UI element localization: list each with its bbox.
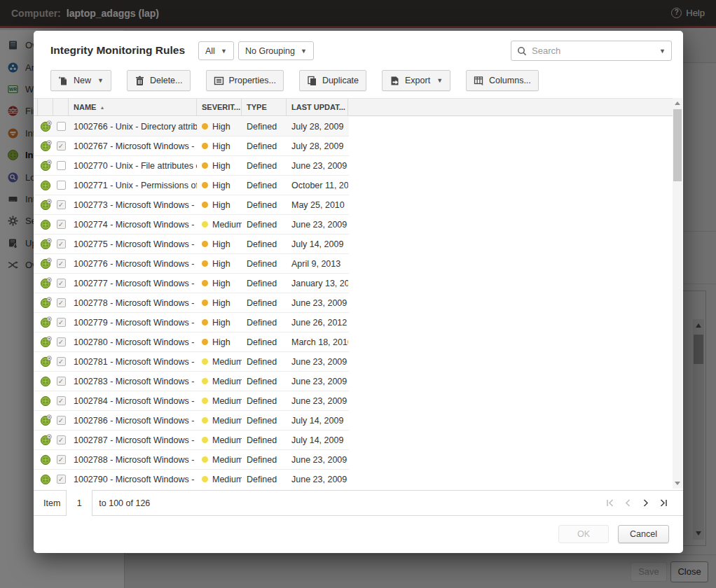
item-number-input[interactable] xyxy=(66,490,92,516)
header-checkbox-column[interactable] xyxy=(53,99,69,115)
checkbox-cell: ✓ xyxy=(53,298,69,307)
table-row[interactable]: 1002766 - Unix - Directory attrib...High… xyxy=(34,117,349,136)
table-row[interactable]: ✓1002788 - Microsoft Windows - ...Medium… xyxy=(34,450,349,470)
table-row[interactable]: ✓1002781 - Microsoft Windows - ...Medium… xyxy=(34,352,349,372)
rule-name: 1002775 - Microsoft Windows - ... xyxy=(69,239,197,249)
table-row[interactable]: 1002771 - Unix - Permissions of...HighDe… xyxy=(34,176,349,195)
columns-button[interactable]: Columns... xyxy=(466,70,539,91)
row-checkbox[interactable]: ✓ xyxy=(57,435,66,444)
search-box[interactable]: ▼ xyxy=(511,41,672,61)
severity-label: High xyxy=(212,200,230,210)
filter-dropdown[interactable]: All ▼ xyxy=(198,41,234,60)
rule-name: 1002779 - Microsoft Windows - ... xyxy=(69,318,197,328)
rule-icon-cell xyxy=(38,316,53,328)
rule-icon-cell xyxy=(38,179,53,191)
row-checkbox[interactable]: ✓ xyxy=(57,416,66,425)
delete-button[interactable]: Delete... xyxy=(127,70,191,91)
scrollbar-thumb[interactable] xyxy=(673,109,682,181)
rule-last-updated: June 23, 2009 xyxy=(287,357,348,367)
table-row[interactable]: ✓1002777 - Microsoft Windows - ...HighDe… xyxy=(34,274,349,293)
column-header-type[interactable]: TYPE xyxy=(242,99,287,115)
rule-severity: High xyxy=(197,259,242,269)
checkbox-cell: ✓ xyxy=(53,396,69,405)
row-checkbox[interactable]: ✓ xyxy=(57,377,66,386)
export-button[interactable]: Export ▼ xyxy=(382,70,450,91)
table-row[interactable]: 1002770 - Unix - File attributes c...Hig… xyxy=(34,156,349,176)
row-checkbox[interactable]: ✓ xyxy=(57,141,66,150)
rule-icon-cell xyxy=(38,336,53,348)
severity-label: High xyxy=(212,239,230,249)
rule-name: 1002776 - Microsoft Windows - ... xyxy=(69,259,197,269)
row-checkbox[interactable]: ✓ xyxy=(57,298,66,307)
table-row[interactable]: ✓1002775 - Microsoft Windows - ...HighDe… xyxy=(34,234,349,254)
row-checkbox[interactable]: ✓ xyxy=(57,220,66,229)
rule-severity: High xyxy=(197,181,242,190)
table-row[interactable]: ✓1002787 - Microsoft Windows - ...Medium… xyxy=(34,430,349,450)
properties-button[interactable]: Properties... xyxy=(206,70,284,91)
table-row[interactable]: ✓1002786 - Microsoft Windows - ...Medium… xyxy=(34,411,349,430)
severity-dot xyxy=(202,378,208,384)
row-checkbox[interactable]: ✓ xyxy=(57,396,66,405)
header-icon-column[interactable] xyxy=(38,99,53,115)
row-checkbox[interactable]: ✓ xyxy=(57,357,66,366)
first-page-icon[interactable] xyxy=(606,498,615,507)
previous-page-icon[interactable] xyxy=(624,498,633,507)
rule-icon-cell xyxy=(38,414,53,426)
list-scrollbar[interactable] xyxy=(673,98,682,489)
rule-last-updated: June 23, 2009 xyxy=(287,396,348,406)
duplicate-button-label: Duplicate xyxy=(322,76,359,85)
item-range-text: to 100 of 126 xyxy=(99,498,150,508)
header-filler xyxy=(348,99,673,115)
new-button[interactable]: New ▼ xyxy=(50,70,111,91)
row-checkbox[interactable]: ✓ xyxy=(57,475,66,484)
row-checkbox[interactable] xyxy=(57,122,66,131)
filter-dropdown-value: All xyxy=(205,46,215,56)
grouping-dropdown[interactable]: No Grouping ▼ xyxy=(238,41,314,60)
checkbox-cell xyxy=(53,181,69,190)
rule-severity: High xyxy=(197,122,242,132)
row-checkbox[interactable]: ✓ xyxy=(57,259,66,268)
table-row[interactable]: ✓1002776 - Microsoft Windows - ...HighDe… xyxy=(34,254,349,274)
checkbox-cell: ✓ xyxy=(53,200,69,209)
last-page-icon[interactable] xyxy=(659,498,668,507)
severity-dot xyxy=(202,300,208,306)
ok-button[interactable]: OK xyxy=(558,525,609,543)
table-row[interactable]: ✓1002790 - Microsoft Windows - ...Medium… xyxy=(34,470,349,489)
table-row[interactable]: ✓1002780 - Microsoft Windows - ...HighDe… xyxy=(34,332,349,352)
rule-icon-cell xyxy=(38,258,53,270)
integrity-rule-icon xyxy=(40,120,52,132)
column-header-last-updated[interactable]: LAST UPDAT... xyxy=(287,99,348,115)
row-checkbox[interactable]: ✓ xyxy=(57,239,66,248)
severity-dot xyxy=(202,417,208,424)
severity-label: Medium xyxy=(212,475,242,484)
table-row[interactable]: ✓1002778 - Microsoft Windows - ...HighDe… xyxy=(34,293,349,313)
rule-name: 1002788 - Microsoft Windows - ... xyxy=(69,455,197,465)
row-checkbox[interactable]: ✓ xyxy=(57,318,66,327)
row-checkbox[interactable]: ✓ xyxy=(57,337,66,346)
severity-dot xyxy=(202,339,208,345)
table-row[interactable]: ✓1002779 - Microsoft Windows - ...HighDe… xyxy=(34,313,349,332)
item-label: Item xyxy=(43,498,60,508)
table-row[interactable]: ✓1002767 - Microsoft Windows - ...HighDe… xyxy=(34,136,349,156)
cancel-button[interactable]: Cancel xyxy=(618,525,669,543)
table-row[interactable]: ✓1002783 - Microsoft Windows - ...Medium… xyxy=(34,372,349,391)
row-checkbox[interactable]: ✓ xyxy=(57,455,66,464)
table-row[interactable]: ✓1002773 - Microsoft Windows - ...HighDe… xyxy=(34,195,349,215)
rule-icon-cell xyxy=(38,238,53,250)
columns-button-label: Columns... xyxy=(489,76,531,85)
pagination xyxy=(606,498,668,507)
column-header-severity[interactable]: SEVERIT... xyxy=(197,99,242,115)
rule-severity: Medium xyxy=(197,357,242,367)
next-page-icon[interactable] xyxy=(641,498,650,507)
column-header-name[interactable]: NAME ▲ xyxy=(69,99,197,115)
row-checkbox[interactable] xyxy=(57,181,66,190)
row-checkbox[interactable] xyxy=(57,161,66,170)
duplicate-button[interactable]: Duplicate xyxy=(299,70,366,91)
rule-type: Defined xyxy=(242,259,287,269)
row-checkbox[interactable]: ✓ xyxy=(57,279,66,288)
table-row[interactable]: ✓1002784 - Microsoft Windows - ...Medium… xyxy=(34,391,349,411)
table-row[interactable]: ✓1002774 - Microsoft Windows - ...Medium… xyxy=(34,215,349,234)
rule-name: 1002777 - Microsoft Windows - ... xyxy=(69,279,197,288)
row-checkbox[interactable]: ✓ xyxy=(57,200,66,209)
search-input[interactable] xyxy=(532,46,659,56)
